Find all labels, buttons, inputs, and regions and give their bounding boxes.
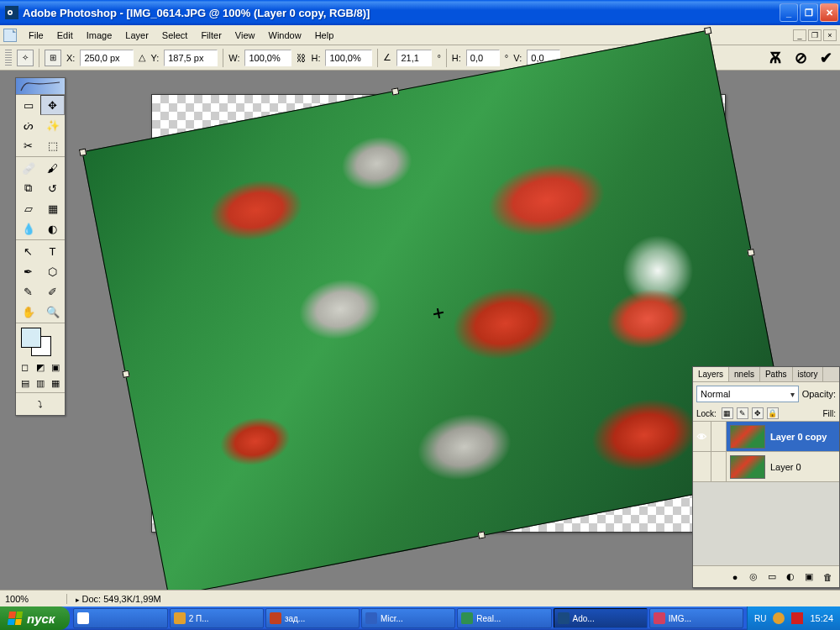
layers-panel[interactable]: Layers nnels Paths istory Normal Opacity… xyxy=(692,366,840,588)
document-window[interactable] xyxy=(151,94,726,533)
toolbox-panel[interactable]: ▭ ✥ ᔖ ✨ ✂ ⬚ 🩹 🖌 ⧉ ↺ ▱ ▦ 💧 ◐ ↖ T ✒ ⬡ ✎ ✐ … xyxy=(15,77,66,416)
tray-icon[interactable] xyxy=(773,612,785,624)
screen-mode-icon[interactable]: ▣ xyxy=(49,360,63,375)
layer-link-cell[interactable] xyxy=(711,422,727,451)
layer-link-cell[interactable] xyxy=(711,452,727,481)
menu-file[interactable]: File xyxy=(22,28,50,43)
layer-name-label[interactable]: Layer 0 xyxy=(769,462,839,472)
dodge-tool[interactable]: ◐ xyxy=(40,218,65,239)
toolbox-header[interactable] xyxy=(16,78,65,95)
maximize-button[interactable]: ❐ xyxy=(800,3,818,22)
layer-style-icon[interactable]: ● xyxy=(728,570,742,584)
w-input[interactable]: 100,0% xyxy=(244,50,291,66)
reference-point-icon[interactable]: ⊞ xyxy=(45,50,61,66)
menu-filter[interactable]: Filter xyxy=(194,28,228,43)
eraser-tool[interactable]: ▱ xyxy=(16,198,40,218)
lock-all-icon[interactable]: 🔒 xyxy=(767,407,779,419)
visibility-toggle-icon[interactable] xyxy=(693,452,711,481)
slice-tool[interactable]: ⬚ xyxy=(40,135,65,155)
h-input[interactable]: 100,0% xyxy=(325,50,372,66)
tab-paths[interactable]: Paths xyxy=(760,367,793,381)
notes-tool[interactable]: ✎ xyxy=(16,281,40,302)
menu-view[interactable]: View xyxy=(228,28,262,43)
gradient-tool[interactable]: ▦ xyxy=(40,198,65,218)
history-brush-tool[interactable]: ↺ xyxy=(40,178,65,198)
mdi-restore-button[interactable]: ❐ xyxy=(808,29,822,41)
screen-mode-4-icon[interactable]: ▦ xyxy=(49,375,63,391)
menu-window[interactable]: Window xyxy=(262,28,308,43)
taskbar-item[interactable]: Ado... xyxy=(554,608,648,628)
taskbar-item[interactable]: Real... xyxy=(457,608,551,628)
clone-stamp-tool[interactable]: ⧉ xyxy=(16,178,40,198)
hand-tool[interactable]: ✋ xyxy=(16,302,40,322)
doc-size-label[interactable]: Doc: 549,3K/1,99M xyxy=(67,594,170,604)
type-tool[interactable]: T xyxy=(40,241,65,261)
tray-icon[interactable] xyxy=(791,612,803,624)
layer-thumbnail[interactable] xyxy=(730,425,765,449)
screen-mode-2-icon[interactable]: ▤ xyxy=(18,375,32,391)
minimize-button[interactable]: _ xyxy=(780,3,798,22)
tab-layers[interactable]: Layers xyxy=(693,367,729,381)
y-input[interactable]: 187,5 px xyxy=(164,50,218,66)
cancel-transform-button[interactable]: ⊘ xyxy=(791,49,810,67)
layer-name-label[interactable]: Layer 0 copy xyxy=(769,432,839,442)
layer-mask-icon[interactable]: ◎ xyxy=(747,570,760,584)
healing-brush-tool[interactable]: 🩹 xyxy=(16,158,40,178)
menu-edit[interactable]: Edit xyxy=(50,28,80,43)
magic-wand-tool[interactable]: ✨ xyxy=(40,115,65,135)
eyedropper-tool[interactable]: ✐ xyxy=(40,281,65,302)
layer-thumbnail[interactable] xyxy=(730,455,765,479)
skew-h-input[interactable]: 0,0 xyxy=(466,50,500,66)
warp-icon[interactable]: Ѫ xyxy=(766,49,785,67)
layer-row[interactable]: 👁 Layer 0 copy xyxy=(693,422,839,452)
marquee-tool[interactable]: ▭ xyxy=(16,95,40,115)
blend-mode-select[interactable]: Normal xyxy=(696,386,799,402)
shape-tool[interactable]: ⬡ xyxy=(40,261,65,281)
start-button[interactable]: пуск xyxy=(0,606,70,630)
new-group-icon[interactable]: ▭ xyxy=(765,570,779,584)
taskbar-item[interactable]: зад... xyxy=(265,608,360,628)
new-layer-icon[interactable]: ▣ xyxy=(802,570,816,584)
grip-icon[interactable] xyxy=(5,50,12,66)
adjustment-layer-icon[interactable]: ◐ xyxy=(784,570,797,584)
x-input[interactable]: 250,0 px xyxy=(80,50,134,66)
brush-tool[interactable]: 🖌 xyxy=(40,158,65,178)
move-tool[interactable]: ✥ xyxy=(40,95,65,115)
screen-mode-3-icon[interactable]: ▥ xyxy=(33,375,47,391)
menu-select[interactable]: Select xyxy=(155,28,195,43)
transform-tool-icon[interactable]: ✧ xyxy=(17,50,34,66)
zoom-level-input[interactable]: 100% xyxy=(0,594,67,604)
visibility-toggle-icon[interactable]: 👁 xyxy=(693,422,711,451)
mdi-close-button[interactable]: × xyxy=(823,29,837,41)
taskbar-item[interactable]: Micr... xyxy=(361,608,455,628)
clock[interactable]: 15:24 xyxy=(810,613,833,623)
crop-tool[interactable]: ✂ xyxy=(16,135,40,155)
color-swatches[interactable] xyxy=(16,324,65,358)
layer-row[interactable]: Layer 0 xyxy=(693,452,839,482)
commit-transform-button[interactable]: ✔ xyxy=(816,49,835,67)
tab-history[interactable]: istory xyxy=(793,367,824,381)
lock-pixels-icon[interactable]: ✎ xyxy=(737,407,748,419)
taskbar-item[interactable]: 2 П... xyxy=(170,608,264,628)
lasso-tool[interactable]: ᔖ xyxy=(16,115,40,135)
tab-channels[interactable]: nnels xyxy=(729,367,760,381)
angle-input[interactable]: 21,1 xyxy=(396,50,432,66)
menu-help[interactable]: Help xyxy=(308,28,341,43)
mdi-minimize-button[interactable]: _ xyxy=(793,29,806,41)
delete-layer-icon[interactable]: 🗑 xyxy=(821,570,834,584)
taskbar-item[interactable] xyxy=(73,608,167,628)
quickmask-mode-icon[interactable]: ◩ xyxy=(33,360,47,375)
lock-position-icon[interactable]: ✥ xyxy=(752,407,764,419)
zoom-tool[interactable]: 🔍 xyxy=(40,302,65,322)
close-button[interactable]: ✕ xyxy=(820,3,838,22)
menu-layer[interactable]: Layer xyxy=(118,28,155,43)
jump-imageready-icon[interactable]: ⤵ xyxy=(38,396,43,412)
menu-image[interactable]: Image xyxy=(80,28,119,43)
system-tray[interactable]: RU 15:24 xyxy=(747,606,840,630)
standard-mode-icon[interactable]: ◻ xyxy=(18,360,32,375)
lock-transparency-icon[interactable]: ▦ xyxy=(722,407,733,419)
language-indicator[interactable]: RU xyxy=(754,614,766,623)
link-icon[interactable]: ⛓ xyxy=(297,53,306,63)
foreground-color-swatch[interactable] xyxy=(21,328,41,348)
taskbar-item[interactable]: IMG... xyxy=(649,608,743,628)
